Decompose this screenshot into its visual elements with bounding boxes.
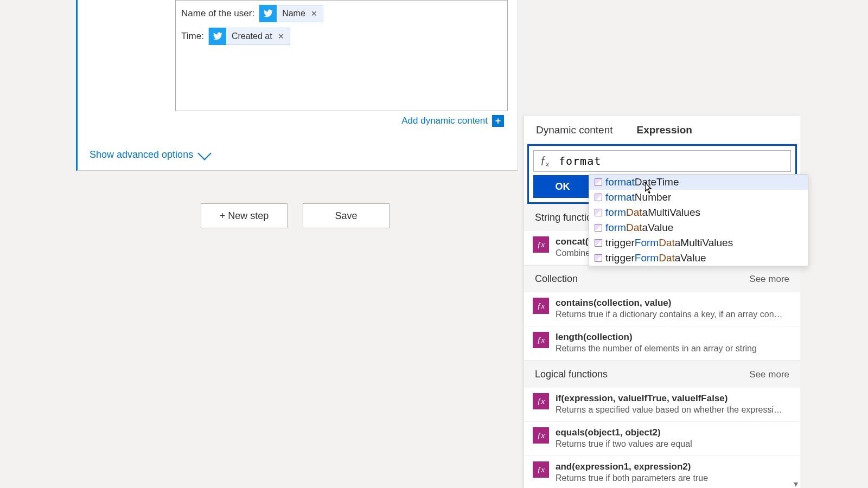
fx-icon: ƒx <box>533 461 549 478</box>
action-card: Name of the user: Name ✕ Time: Created a… <box>76 0 518 171</box>
cube-icon <box>595 194 602 201</box>
token-remove-icon[interactable]: ✕ <box>278 32 284 41</box>
time-label: Time: <box>181 31 204 42</box>
fn-equals[interactable]: ƒx equals(object1, object2) Returns true… <box>524 422 800 456</box>
fx-icon: ƒx <box>534 154 556 168</box>
token-label: Name <box>282 9 305 18</box>
twitter-icon <box>259 5 277 22</box>
token-name[interactable]: Name ✕ <box>259 5 323 22</box>
ac-formatdatetime[interactable]: formatDateTime <box>589 175 808 190</box>
see-more-logical[interactable]: See more <box>749 369 789 380</box>
fn-contains[interactable]: ƒx contains(collection, value) Returns t… <box>524 292 800 326</box>
expression-autocomplete: formatDateTime formatNumber formDataMult… <box>589 174 808 266</box>
ac-formdatamultivalues[interactable]: formDataMultiValues <box>589 205 808 220</box>
expression-input-wrap[interactable]: ƒx <box>533 150 791 172</box>
new-step-button[interactable]: + New step <box>201 203 288 228</box>
token-label: Created at <box>232 31 272 41</box>
panel-tabs: Dynamic content Expression <box>524 115 800 144</box>
section-logical-functions: Logical functions See more <box>524 361 800 388</box>
cube-icon <box>595 209 602 216</box>
ok-button[interactable]: OK <box>533 175 592 198</box>
chevron-down-icon <box>197 146 211 160</box>
scrollbar-down-icon[interactable]: ▾ <box>792 480 800 487</box>
field-name-row: Name of the user: Name ✕ <box>181 5 502 22</box>
fn-length[interactable]: ƒx length(collection) Returns the number… <box>524 326 800 361</box>
token-remove-icon[interactable]: ✕ <box>311 9 317 18</box>
fx-icon: ƒx <box>533 427 549 444</box>
cube-icon <box>595 254 602 262</box>
ac-formatnumber[interactable]: formatNumber <box>589 190 808 205</box>
field-time-row: Time: Created at ✕ <box>181 28 502 45</box>
fn-and[interactable]: ƒx and(expression1, expression2) Returns… <box>524 456 800 488</box>
see-more-collection[interactable]: See more <box>749 274 789 285</box>
show-advanced-options[interactable]: Show advanced options <box>90 149 518 160</box>
fx-icon: ƒx <box>533 332 549 348</box>
name-label: Name of the user: <box>181 8 254 19</box>
tab-dynamic-content[interactable]: Dynamic content <box>524 115 625 144</box>
plus-icon: + <box>492 115 504 127</box>
ac-triggerformdatavalue[interactable]: triggerFormDataValue <box>589 251 808 266</box>
fx-icon: ƒx <box>533 393 549 409</box>
fx-icon: ƒx <box>533 298 549 314</box>
fn-if[interactable]: ƒx if(expression, valueIfTrue, valueIfFa… <box>524 388 800 422</box>
token-created-at[interactable]: Created at ✕ <box>208 28 290 45</box>
cube-icon <box>595 178 602 186</box>
ac-formdatavalue[interactable]: formDataValue <box>589 220 808 235</box>
cube-icon <box>595 224 602 232</box>
expression-input[interactable] <box>556 155 790 168</box>
section-collection: Collection See more <box>524 265 800 292</box>
cube-icon <box>595 239 602 247</box>
step-buttons: + New step Save <box>201 203 390 228</box>
expression-panel: Dynamic content Expression ƒx OK String … <box>524 115 800 488</box>
add-dynamic-content-link[interactable]: Add dynamic content + <box>401 115 504 127</box>
ac-triggerformdatamultivalues[interactable]: triggerFormDataMultiValues <box>589 235 808 251</box>
twitter-icon <box>209 28 226 45</box>
message-body[interactable]: Name of the user: Name ✕ Time: Created a… <box>175 0 508 111</box>
fx-icon: ƒx <box>533 236 549 253</box>
tab-expression[interactable]: Expression <box>625 115 704 144</box>
save-button[interactable]: Save <box>303 203 390 228</box>
